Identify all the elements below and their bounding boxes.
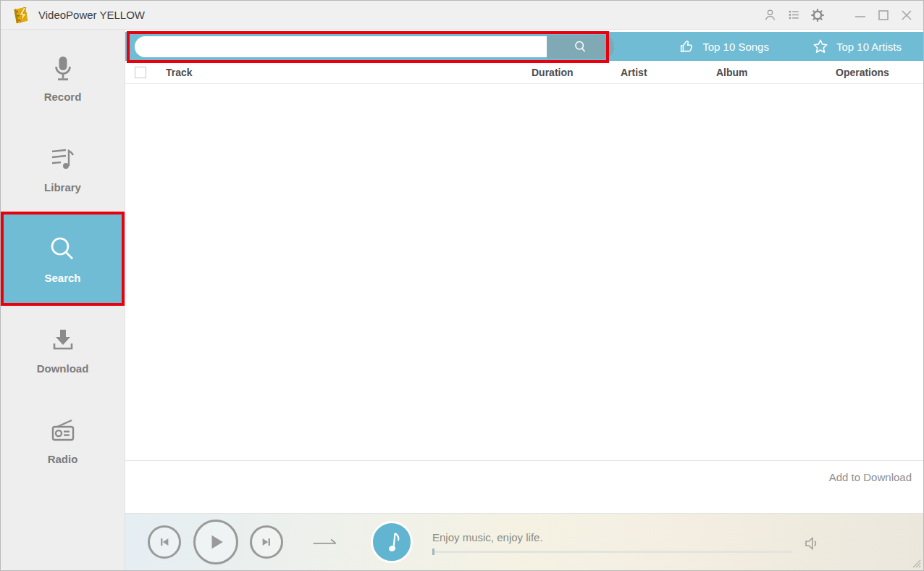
app-logo-icon	[11, 6, 31, 25]
column-header-album: Album	[716, 67, 836, 78]
sidebar-item-label: Radio	[48, 453, 78, 465]
sidebar-item-label: Library	[44, 181, 81, 193]
music-note-icon	[377, 528, 406, 557]
tab-top-10-artists[interactable]: Top 10 Artists	[791, 32, 923, 61]
sequence-arrow-icon	[311, 535, 340, 549]
sidebar-item-download[interactable]: Download	[4, 305, 122, 393]
maximize-button[interactable]	[875, 7, 891, 23]
music-playlist-icon	[49, 143, 77, 175]
search-icon	[573, 39, 588, 54]
main-area: Top 10 Songs Top 10 Artists Track Durati…	[125, 30, 923, 570]
column-header-artist: Artist	[621, 67, 716, 78]
sidebar: Record Library	[1, 30, 125, 570]
sidebar-item-label: Record	[44, 91, 82, 103]
search-input[interactable]	[135, 36, 547, 57]
play-icon	[206, 533, 225, 551]
track-table-body	[125, 84, 923, 460]
add-to-download-button[interactable]: Add to Download	[829, 471, 912, 483]
seek-handle[interactable]	[432, 549, 434, 555]
next-track-button[interactable]	[250, 525, 283, 559]
sidebar-item-label: Search	[44, 272, 80, 284]
app-title: VideoPower YELLOW	[38, 9, 145, 21]
microphone-icon	[49, 53, 77, 85]
sidebar-item-library[interactable]: Library	[4, 124, 122, 212]
sidebar-item-label: Download	[37, 362, 89, 375]
tab-label: Top 10 Songs	[702, 41, 769, 53]
close-button[interactable]	[899, 7, 915, 23]
star-icon	[812, 38, 828, 54]
column-header-duration: Duration	[532, 67, 621, 78]
thumbs-up-icon	[679, 38, 694, 54]
select-all-checkbox[interactable]	[135, 67, 146, 78]
column-header-track: Track	[166, 67, 532, 78]
minimize-button[interactable]	[852, 7, 868, 23]
player-slogan: Enjoy music, enjoy life.	[432, 531, 792, 543]
next-icon	[260, 535, 273, 549]
volume-button[interactable]	[802, 534, 821, 553]
sidebar-item-radio[interactable]: Radio	[4, 396, 122, 484]
title-bar: VideoPower YELLOW	[1, 1, 923, 30]
resize-grip[interactable]	[911, 558, 921, 568]
now-playing-info: Enjoy music, enjoy life.	[432, 531, 792, 553]
app-window: VideoPower YELLOW	[0, 0, 924, 571]
play-button[interactable]	[193, 520, 238, 564]
top-strip: Top 10 Songs Top 10 Artists	[125, 32, 923, 61]
tab-label: Top 10 Artists	[836, 41, 902, 53]
tab-top-10-songs[interactable]: Top 10 Songs	[657, 32, 791, 61]
list-icon[interactable]	[786, 8, 801, 22]
table-footer: Add to Download	[125, 460, 923, 513]
search-icon	[47, 234, 79, 266]
play-mode-toggle[interactable]	[311, 535, 340, 549]
speaker-icon	[802, 534, 821, 553]
sidebar-item-search[interactable]: Search	[4, 214, 122, 303]
top-tabs: Top 10 Songs Top 10 Artists	[657, 32, 923, 61]
player-bar: Enjoy music, enjoy life.	[125, 513, 923, 570]
user-icon[interactable]	[763, 8, 777, 22]
search-button[interactable]	[547, 35, 614, 59]
sidebar-item-record[interactable]: Record	[4, 33, 122, 122]
column-header-operations: Operations	[836, 67, 923, 78]
gear-icon[interactable]	[810, 8, 825, 22]
download-icon	[49, 325, 77, 357]
track-table-header: Track Duration Artist Album Operations	[125, 61, 923, 84]
previous-track-button[interactable]	[148, 525, 181, 559]
radio-icon	[49, 415, 77, 447]
seek-bar[interactable]	[432, 551, 792, 553]
search-bar	[135, 35, 614, 59]
now-playing-thumbnail[interactable]	[371, 521, 413, 563]
previous-icon	[158, 535, 171, 549]
